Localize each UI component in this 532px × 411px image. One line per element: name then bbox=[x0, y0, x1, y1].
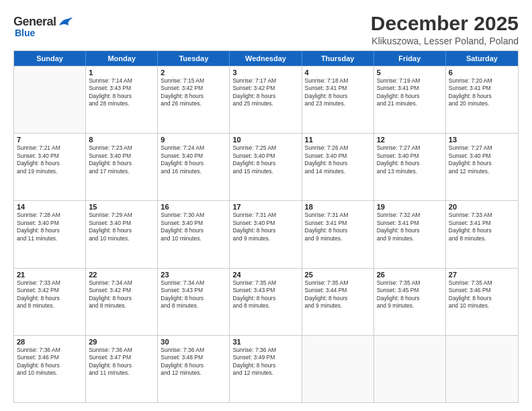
table-row: 5Sunrise: 7:19 AM Sunset: 3:41 PM Daylig… bbox=[374, 66, 446, 133]
day-number: 14 bbox=[17, 203, 83, 211]
day-number: 9 bbox=[161, 136, 226, 144]
header-thursday: Thursday bbox=[302, 51, 374, 66]
calendar-header: Sunday Monday Tuesday Wednesday Thursday… bbox=[14, 51, 518, 66]
day-number: 26 bbox=[377, 271, 443, 279]
calendar-row: 21Sunrise: 7:33 AM Sunset: 3:42 PM Dayli… bbox=[14, 268, 518, 335]
cell-info: Sunrise: 7:30 AM Sunset: 3:40 PM Dayligh… bbox=[161, 212, 226, 242]
day-number: 15 bbox=[89, 203, 154, 211]
table-row: 12Sunrise: 7:27 AM Sunset: 3:40 PM Dayli… bbox=[374, 134, 446, 200]
table-row: 16Sunrise: 7:30 AM Sunset: 3:40 PM Dayli… bbox=[158, 201, 230, 267]
day-number: 21 bbox=[17, 271, 83, 279]
header-saturday: Saturday bbox=[446, 51, 518, 66]
table-row: 6Sunrise: 7:20 AM Sunset: 3:41 PM Daylig… bbox=[446, 66, 518, 133]
calendar-row: 14Sunrise: 7:28 AM Sunset: 3:40 PM Dayli… bbox=[14, 200, 518, 267]
cell-info: Sunrise: 7:35 AM Sunset: 3:44 PM Dayligh… bbox=[305, 279, 371, 310]
table-row: 7Sunrise: 7:21 AM Sunset: 3:40 PM Daylig… bbox=[14, 134, 86, 200]
cell-info: Sunrise: 7:33 AM Sunset: 3:41 PM Dayligh… bbox=[449, 212, 515, 242]
table-row: 13Sunrise: 7:27 AM Sunset: 3:40 PM Dayli… bbox=[446, 134, 518, 200]
calendar: Sunday Monday Tuesday Wednesday Thursday… bbox=[13, 50, 519, 403]
cell-info: Sunrise: 7:20 AM Sunset: 3:41 PM Dayligh… bbox=[449, 77, 515, 108]
cell-info: Sunrise: 7:15 AM Sunset: 3:42 PM Dayligh… bbox=[161, 77, 226, 108]
table-row: 14Sunrise: 7:28 AM Sunset: 3:40 PM Dayli… bbox=[14, 201, 86, 267]
table-row: 22Sunrise: 7:34 AM Sunset: 3:42 PM Dayli… bbox=[86, 269, 158, 335]
cell-info: Sunrise: 7:18 AM Sunset: 3:41 PM Dayligh… bbox=[305, 77, 371, 108]
table-row: 21Sunrise: 7:33 AM Sunset: 3:42 PM Dayli… bbox=[14, 269, 86, 335]
day-number: 4 bbox=[305, 68, 371, 77]
logo: General Blue bbox=[13, 15, 73, 38]
cell-info: Sunrise: 7:14 AM Sunset: 3:43 PM Dayligh… bbox=[89, 77, 154, 108]
day-number: 2 bbox=[161, 68, 226, 77]
day-number: 7 bbox=[17, 136, 83, 144]
cell-info: Sunrise: 7:34 AM Sunset: 3:43 PM Dayligh… bbox=[161, 279, 226, 310]
cell-info: Sunrise: 7:32 AM Sunset: 3:41 PM Dayligh… bbox=[377, 212, 443, 242]
logo-general-text: General bbox=[13, 15, 56, 29]
table-row: 31Sunrise: 7:36 AM Sunset: 3:49 PM Dayli… bbox=[230, 336, 302, 402]
cell-info: Sunrise: 7:34 AM Sunset: 3:42 PM Dayligh… bbox=[89, 279, 154, 310]
cell-info: Sunrise: 7:35 AM Sunset: 3:45 PM Dayligh… bbox=[377, 279, 443, 310]
table-row: 8Sunrise: 7:23 AM Sunset: 3:40 PM Daylig… bbox=[86, 134, 158, 200]
cell-info: Sunrise: 7:31 AM Sunset: 3:41 PM Dayligh… bbox=[305, 212, 371, 242]
calendar-row: 28Sunrise: 7:36 AM Sunset: 3:46 PM Dayli… bbox=[14, 335, 518, 402]
cell-info: Sunrise: 7:35 AM Sunset: 3:46 PM Dayligh… bbox=[449, 279, 515, 310]
day-number: 1 bbox=[89, 68, 154, 77]
day-number: 3 bbox=[232, 68, 298, 77]
table-row bbox=[302, 336, 374, 402]
table-row: 23Sunrise: 7:34 AM Sunset: 3:43 PM Dayli… bbox=[158, 269, 230, 335]
table-row: 15Sunrise: 7:29 AM Sunset: 3:40 PM Dayli… bbox=[86, 201, 158, 267]
header-wednesday: Wednesday bbox=[230, 51, 302, 66]
header-monday: Monday bbox=[86, 51, 158, 66]
header: General Blue December 2025 Klikuszowa, L… bbox=[13, 12, 519, 46]
day-number: 24 bbox=[232, 271, 298, 279]
calendar-row: 1Sunrise: 7:14 AM Sunset: 3:43 PM Daylig… bbox=[14, 66, 518, 133]
cell-info: Sunrise: 7:35 AM Sunset: 3:43 PM Dayligh… bbox=[232, 279, 298, 310]
cell-info: Sunrise: 7:28 AM Sunset: 3:40 PM Dayligh… bbox=[17, 212, 83, 242]
day-number: 22 bbox=[89, 271, 154, 279]
table-row: 29Sunrise: 7:36 AM Sunset: 3:47 PM Dayli… bbox=[86, 336, 158, 402]
header-tuesday: Tuesday bbox=[158, 51, 230, 66]
day-number: 19 bbox=[377, 203, 443, 211]
day-number: 31 bbox=[232, 338, 298, 346]
cell-info: Sunrise: 7:31 AM Sunset: 3:40 PM Dayligh… bbox=[232, 212, 298, 242]
day-number: 29 bbox=[89, 338, 154, 346]
table-row: 18Sunrise: 7:31 AM Sunset: 3:41 PM Dayli… bbox=[302, 201, 374, 267]
day-number: 12 bbox=[377, 136, 443, 144]
day-number: 16 bbox=[161, 203, 226, 211]
cell-info: Sunrise: 7:29 AM Sunset: 3:40 PM Dayligh… bbox=[89, 212, 154, 242]
logo-blue-text: Blue bbox=[15, 28, 35, 38]
table-row bbox=[446, 336, 518, 402]
header-sunday: Sunday bbox=[14, 51, 86, 66]
cell-info: Sunrise: 7:36 AM Sunset: 3:46 PM Dayligh… bbox=[17, 347, 83, 377]
cell-info: Sunrise: 7:23 AM Sunset: 3:40 PM Dayligh… bbox=[89, 144, 154, 175]
cell-info: Sunrise: 7:17 AM Sunset: 3:42 PM Dayligh… bbox=[232, 77, 298, 108]
day-number: 28 bbox=[17, 338, 83, 346]
day-number: 5 bbox=[377, 68, 443, 77]
cell-info: Sunrise: 7:27 AM Sunset: 3:40 PM Dayligh… bbox=[377, 144, 443, 175]
table-row: 9Sunrise: 7:24 AM Sunset: 3:40 PM Daylig… bbox=[158, 134, 230, 200]
day-number: 6 bbox=[449, 68, 515, 77]
cell-info: Sunrise: 7:36 AM Sunset: 3:49 PM Dayligh… bbox=[232, 347, 298, 377]
header-friday: Friday bbox=[374, 51, 446, 66]
day-number: 17 bbox=[232, 203, 298, 211]
cell-info: Sunrise: 7:21 AM Sunset: 3:40 PM Dayligh… bbox=[17, 144, 83, 175]
cell-info: Sunrise: 7:19 AM Sunset: 3:41 PM Dayligh… bbox=[377, 77, 443, 108]
cell-info: Sunrise: 7:36 AM Sunset: 3:48 PM Dayligh… bbox=[161, 347, 226, 377]
table-row: 2Sunrise: 7:15 AM Sunset: 3:42 PM Daylig… bbox=[158, 66, 230, 133]
title-location: Klikuszowa, Lesser Poland, Poland bbox=[371, 36, 519, 46]
day-number: 10 bbox=[232, 136, 298, 144]
cell-info: Sunrise: 7:27 AM Sunset: 3:40 PM Dayligh… bbox=[449, 144, 515, 175]
page: General Blue December 2025 Klikuszowa, L… bbox=[0, 0, 532, 411]
table-row: 24Sunrise: 7:35 AM Sunset: 3:43 PM Dayli… bbox=[230, 269, 302, 335]
table-row: 28Sunrise: 7:36 AM Sunset: 3:46 PM Dayli… bbox=[14, 336, 86, 402]
day-number: 27 bbox=[449, 271, 515, 279]
cell-info: Sunrise: 7:25 AM Sunset: 3:40 PM Dayligh… bbox=[232, 144, 298, 175]
table-row bbox=[374, 336, 446, 402]
table-row: 3Sunrise: 7:17 AM Sunset: 3:42 PM Daylig… bbox=[230, 66, 302, 133]
day-number: 25 bbox=[305, 271, 371, 279]
day-number: 18 bbox=[305, 203, 371, 211]
cell-info: Sunrise: 7:33 AM Sunset: 3:42 PM Dayligh… bbox=[17, 279, 83, 310]
table-row: 10Sunrise: 7:25 AM Sunset: 3:40 PM Dayli… bbox=[230, 134, 302, 200]
table-row: 1Sunrise: 7:14 AM Sunset: 3:43 PM Daylig… bbox=[86, 66, 158, 133]
table-row: 20Sunrise: 7:33 AM Sunset: 3:41 PM Dayli… bbox=[446, 201, 518, 267]
calendar-row: 7Sunrise: 7:21 AM Sunset: 3:40 PM Daylig… bbox=[14, 133, 518, 200]
table-row: 26Sunrise: 7:35 AM Sunset: 3:45 PM Dayli… bbox=[374, 269, 446, 335]
